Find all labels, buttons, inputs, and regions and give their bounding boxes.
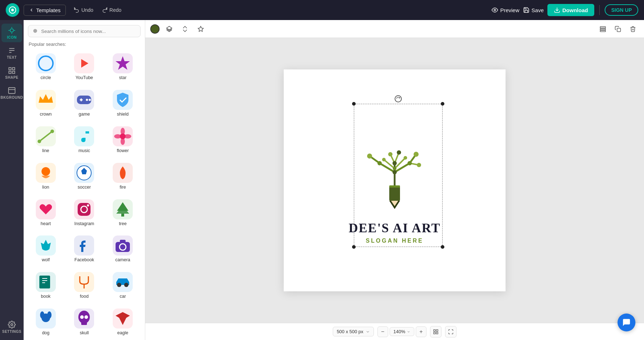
svg-rect-87: [434, 330, 435, 331]
svg-point-55: [84, 315, 88, 319]
svg-point-13: [39, 56, 53, 71]
icon-cell-food[interactable]: food: [66, 268, 103, 303]
sidebar-item-background[interactable]: BKGROUND: [1, 84, 22, 102]
sidebar-item-settings[interactable]: SETTINGS: [1, 318, 22, 336]
undo-button[interactable]: Undo: [70, 5, 97, 15]
search-input[interactable]: [41, 29, 136, 34]
canvas-wrapper[interactable]: DEE'S AI ART SLOGAN HERE: [145, 38, 644, 323]
icon-cell-flower[interactable]: flower: [104, 123, 141, 158]
icons-grid: circleYouTubestarcrowngameshieldlinemusi…: [24, 50, 145, 340]
zoom-display[interactable]: 140%: [390, 327, 414, 336]
icon-img-book: [36, 272, 56, 292]
svg-point-1: [11, 9, 14, 11]
icon-cell-line[interactable]: line: [27, 123, 64, 158]
handle-tr[interactable]: [441, 102, 444, 106]
icon-name-camera: camera: [115, 257, 130, 262]
svg-rect-88: [436, 330, 438, 331]
canvas-toolbar: [145, 20, 644, 38]
icon-name-star: star: [119, 75, 127, 80]
icon-cell-star[interactable]: star: [104, 50, 141, 85]
size-selector[interactable]: 500 x 500 px: [333, 327, 374, 336]
sidebar-icon-label: ICON: [7, 35, 17, 39]
svg-point-54: [80, 315, 84, 319]
svg-rect-42: [39, 276, 50, 288]
handle-bl[interactable]: [352, 245, 356, 249]
handle-tl[interactable]: [352, 102, 356, 106]
svg-point-30: [42, 167, 50, 176]
svg-point-26: [121, 128, 125, 135]
sidebar-item-shape[interactable]: SHAPE: [1, 64, 22, 82]
icon-cell-book[interactable]: book: [27, 268, 64, 303]
color-picker-dot[interactable]: [150, 24, 160, 34]
chat-bubble[interactable]: [618, 314, 635, 331]
canvas-delete-btn[interactable]: [627, 23, 639, 35]
svg-point-50: [40, 311, 44, 319]
icon-cell-wolf[interactable]: wolf: [27, 232, 64, 267]
icon-cell-Instagram[interactable]: Instagram: [66, 196, 103, 231]
sidebar-shape-label: SHAPE: [5, 76, 19, 79]
redo-button[interactable]: Redo: [98, 5, 125, 15]
icon-cell-dog[interactable]: dog: [27, 305, 64, 340]
icon-cell-lion[interactable]: lion: [27, 159, 64, 194]
left-sidebar: ICON TEXT SHAPE BKGROUND SETTINGS: [0, 20, 24, 340]
svg-rect-8: [13, 71, 15, 73]
signup-button[interactable]: SIGN UP: [605, 4, 638, 16]
icon-img-Facebook: [74, 235, 94, 256]
canvas-tool-layers[interactable]: [163, 23, 175, 35]
icon-name-eagle: eagle: [117, 330, 128, 335]
zoom-out-button[interactable]: −: [377, 326, 388, 337]
svg-rect-41: [120, 240, 126, 243]
icon-cell-soccer[interactable]: soccer: [66, 159, 103, 194]
zoom-in-button[interactable]: +: [416, 326, 426, 337]
canvas-tool-arrange[interactable]: [179, 23, 191, 35]
svg-marker-16: [116, 56, 130, 70]
icon-cell-game[interactable]: game: [66, 86, 103, 121]
icon-cell-shield[interactable]: shield: [104, 86, 141, 121]
icon-cell-heart[interactable]: heart: [27, 196, 64, 231]
icon-cell-circle[interactable]: circle: [27, 50, 64, 85]
icon-cell-Facebook[interactable]: Facebook: [66, 232, 103, 267]
svg-point-11: [33, 29, 37, 33]
icon-name-fire: fire: [119, 185, 126, 190]
nav-right-actions: Preview Save Download SIGN UP: [492, 4, 638, 16]
icon-cell-car[interactable]: car: [104, 268, 141, 303]
icon-img-crown: [36, 90, 56, 110]
handle-br[interactable]: [441, 245, 444, 249]
icon-cell-YouTube[interactable]: YouTube: [66, 50, 103, 85]
icon-img-YouTube: [74, 53, 94, 73]
nav-divider: [599, 5, 600, 15]
canvas-copy-btn[interactable]: [612, 23, 624, 35]
zoom-controls: − 140% +: [377, 326, 426, 337]
icon-cell-fire[interactable]: fire: [104, 159, 141, 194]
rotate-handle[interactable]: [395, 95, 402, 102]
app-logo[interactable]: [6, 3, 19, 17]
icon-cell-skull[interactable]: skull: [66, 305, 103, 340]
preview-button[interactable]: Preview: [492, 7, 519, 13]
sidebar-item-text[interactable]: TEXT: [1, 44, 22, 62]
icon-cell-eagle[interactable]: eagle: [104, 305, 141, 340]
download-label: Download: [562, 7, 588, 13]
templates-button[interactable]: Templates: [24, 5, 66, 16]
icon-cell-crown[interactable]: crown: [27, 86, 64, 121]
popular-searches-label: Popular searches:: [24, 40, 145, 50]
download-button[interactable]: Download: [547, 4, 595, 16]
canvas-layers-btn[interactable]: [597, 23, 609, 35]
icon-cell-camera[interactable]: camera: [104, 232, 141, 267]
icon-name-food: food: [80, 294, 88, 299]
canvas-frame[interactable]: DEE'S AI ART SLOGAN HERE: [284, 69, 506, 291]
sidebar-item-icon[interactable]: ICON: [1, 24, 22, 42]
save-button[interactable]: Save: [523, 7, 544, 13]
svg-point-4: [10, 29, 13, 32]
fit-button[interactable]: [445, 326, 457, 337]
svg-rect-59: [600, 30, 606, 31]
icon-cell-music[interactable]: music: [66, 123, 103, 158]
canvas-tool-effects[interactable]: [195, 23, 207, 35]
icon-img-food: [74, 272, 94, 292]
svg-point-23: [38, 140, 41, 143]
icon-name-game: game: [79, 112, 90, 117]
svg-point-18: [86, 99, 88, 101]
svg-point-51: [47, 311, 52, 319]
svg-rect-57: [600, 26, 606, 28]
grid-button[interactable]: [430, 326, 441, 337]
icon-cell-tree[interactable]: tree: [104, 196, 141, 231]
